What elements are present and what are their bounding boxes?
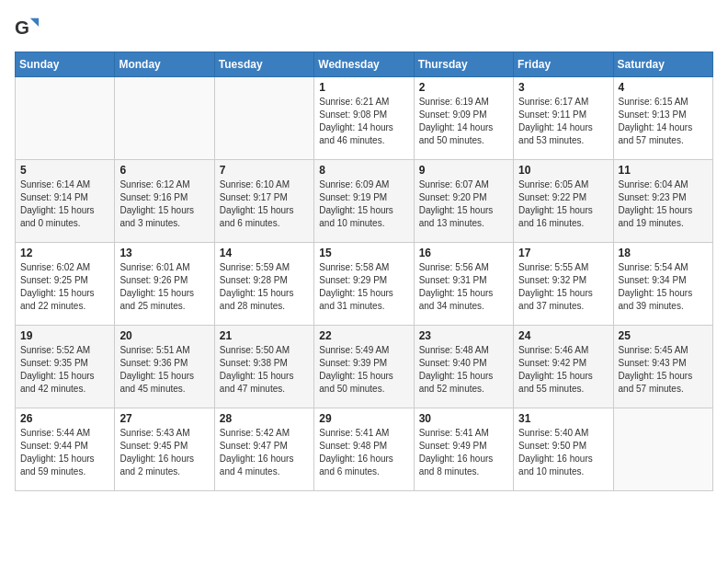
day-number: 3 — [518, 81, 608, 94]
day-number: 19 — [20, 329, 109, 342]
day-number: 10 — [518, 164, 608, 177]
calendar-cell — [613, 408, 712, 491]
calendar-cell — [115, 77, 214, 160]
day-info: Sunrise: 5:52 AMSunset: 9:35 PMDaylight:… — [20, 344, 109, 396]
calendar-cell: 2Sunrise: 6:19 AMSunset: 9:09 PMDaylight… — [414, 77, 513, 160]
day-number: 21 — [220, 329, 309, 342]
calendar-cell: 4Sunrise: 6:15 AMSunset: 9:13 PMDaylight… — [613, 77, 712, 160]
calendar-cell: 29Sunrise: 5:41 AMSunset: 9:48 PMDayligh… — [314, 408, 414, 491]
calendar-cell: 21Sunrise: 5:50 AMSunset: 9:38 PMDayligh… — [214, 326, 313, 408]
calendar-cell: 17Sunrise: 5:55 AMSunset: 9:32 PMDayligh… — [514, 243, 613, 326]
day-info: Sunrise: 6:10 AMSunset: 9:17 PMDaylight:… — [220, 178, 309, 230]
day-info: Sunrise: 5:49 AMSunset: 9:39 PMDaylight:… — [319, 344, 408, 396]
calendar-cell: 30Sunrise: 5:41 AMSunset: 9:49 PMDayligh… — [414, 408, 513, 491]
calendar-cell: 26Sunrise: 5:44 AMSunset: 9:44 PMDayligh… — [16, 408, 115, 491]
calendar-cell: 12Sunrise: 6:02 AMSunset: 9:25 PMDayligh… — [16, 243, 115, 326]
weekday-header: Saturday — [613, 52, 712, 77]
day-number: 28 — [220, 412, 309, 425]
calendar-cell: 11Sunrise: 6:04 AMSunset: 9:23 PMDayligh… — [613, 160, 712, 243]
svg-marker-1 — [30, 18, 39, 27]
day-number: 20 — [119, 329, 209, 342]
calendar-cell: 19Sunrise: 5:52 AMSunset: 9:35 PMDayligh… — [16, 326, 115, 408]
calendar-cell: 25Sunrise: 5:45 AMSunset: 9:43 PMDayligh… — [613, 326, 712, 408]
calendar-week-row: 26Sunrise: 5:44 AMSunset: 9:44 PMDayligh… — [16, 408, 713, 491]
calendar-cell: 5Sunrise: 6:14 AMSunset: 9:14 PMDaylight… — [16, 160, 115, 243]
day-number: 23 — [419, 329, 508, 342]
logo: G — [15, 15, 44, 40]
day-info: Sunrise: 6:21 AMSunset: 9:08 PMDaylight:… — [319, 96, 408, 147]
svg-text:G: G — [15, 17, 29, 38]
weekday-header: Tuesday — [214, 52, 313, 77]
day-number: 16 — [419, 247, 508, 259]
calendar-cell: 9Sunrise: 6:07 AMSunset: 9:20 PMDaylight… — [414, 160, 513, 243]
calendar-cell: 13Sunrise: 6:01 AMSunset: 9:26 PMDayligh… — [115, 243, 214, 326]
day-number: 18 — [619, 247, 708, 259]
day-info: Sunrise: 5:59 AMSunset: 9:28 PMDaylight:… — [220, 261, 309, 313]
day-info: Sunrise: 6:07 AMSunset: 9:20 PMDaylight:… — [419, 178, 508, 230]
day-number: 6 — [119, 164, 209, 177]
day-number: 31 — [518, 412, 608, 425]
calendar-cell: 14Sunrise: 5:59 AMSunset: 9:28 PMDayligh… — [214, 243, 313, 326]
day-info: Sunrise: 5:43 AMSunset: 9:45 PMDaylight:… — [119, 427, 209, 478]
calendar-cell: 3Sunrise: 6:17 AMSunset: 9:11 PMDaylight… — [514, 77, 613, 160]
day-info: Sunrise: 6:05 AMSunset: 9:22 PMDaylight:… — [518, 178, 608, 230]
day-info: Sunrise: 6:02 AMSunset: 9:25 PMDaylight:… — [20, 261, 109, 313]
day-number: 8 — [319, 164, 408, 177]
day-info: Sunrise: 5:55 AMSunset: 9:32 PMDaylight:… — [518, 261, 608, 313]
day-number: 29 — [319, 412, 408, 425]
calendar-cell — [16, 77, 115, 160]
page-header: G — [15, 15, 713, 40]
day-number: 14 — [220, 247, 309, 259]
day-number: 24 — [518, 329, 608, 342]
day-info: Sunrise: 5:40 AMSunset: 9:50 PMDaylight:… — [518, 427, 608, 478]
day-number: 17 — [518, 247, 608, 259]
calendar-cell: 10Sunrise: 6:05 AMSunset: 9:22 PMDayligh… — [514, 160, 613, 243]
day-info: Sunrise: 6:04 AMSunset: 9:23 PMDaylight:… — [619, 178, 708, 230]
day-number: 4 — [619, 81, 708, 94]
day-info: Sunrise: 6:12 AMSunset: 9:16 PMDaylight:… — [119, 178, 209, 230]
calendar-cell: 16Sunrise: 5:56 AMSunset: 9:31 PMDayligh… — [414, 243, 513, 326]
weekday-header: Monday — [115, 52, 214, 77]
weekday-header: Wednesday — [314, 52, 414, 77]
calendar-cell: 8Sunrise: 6:09 AMSunset: 9:19 PMDaylight… — [314, 160, 414, 243]
day-number: 27 — [119, 412, 209, 425]
weekday-header: Friday — [514, 52, 613, 77]
day-info: Sunrise: 5:51 AMSunset: 9:36 PMDaylight:… — [119, 344, 209, 396]
calendar-cell: 7Sunrise: 6:10 AMSunset: 9:17 PMDaylight… — [214, 160, 313, 243]
calendar-cell — [214, 77, 313, 160]
day-number: 30 — [419, 412, 508, 425]
calendar-cell: 20Sunrise: 5:51 AMSunset: 9:36 PMDayligh… — [115, 326, 214, 408]
calendar-week-row: 1Sunrise: 6:21 AMSunset: 9:08 PMDaylight… — [16, 77, 713, 160]
calendar-cell: 1Sunrise: 6:21 AMSunset: 9:08 PMDaylight… — [314, 77, 414, 160]
day-info: Sunrise: 6:09 AMSunset: 9:19 PMDaylight:… — [319, 178, 408, 230]
day-info: Sunrise: 5:50 AMSunset: 9:38 PMDaylight:… — [220, 344, 309, 396]
calendar-header-row: SundayMondayTuesdayWednesdayThursdayFrid… — [16, 52, 713, 77]
day-info: Sunrise: 6:14 AMSunset: 9:14 PMDaylight:… — [20, 178, 109, 230]
day-number: 26 — [20, 412, 109, 425]
calendar-week-row: 12Sunrise: 6:02 AMSunset: 9:25 PMDayligh… — [16, 243, 713, 326]
day-info: Sunrise: 5:44 AMSunset: 9:44 PMDaylight:… — [20, 427, 109, 478]
calendar-cell: 27Sunrise: 5:43 AMSunset: 9:45 PMDayligh… — [115, 408, 214, 491]
day-number: 7 — [220, 164, 309, 177]
day-number: 22 — [319, 329, 408, 342]
day-number: 25 — [619, 329, 708, 342]
day-info: Sunrise: 6:19 AMSunset: 9:09 PMDaylight:… — [419, 96, 508, 147]
day-info: Sunrise: 5:54 AMSunset: 9:34 PMDaylight:… — [619, 261, 708, 313]
day-number: 5 — [20, 164, 109, 177]
calendar-cell: 6Sunrise: 6:12 AMSunset: 9:16 PMDaylight… — [115, 160, 214, 243]
day-info: Sunrise: 6:15 AMSunset: 9:13 PMDaylight:… — [619, 96, 708, 147]
day-info: Sunrise: 5:58 AMSunset: 9:29 PMDaylight:… — [319, 261, 408, 313]
day-number: 1 — [319, 81, 408, 94]
calendar-week-row: 19Sunrise: 5:52 AMSunset: 9:35 PMDayligh… — [16, 326, 713, 408]
day-info: Sunrise: 5:41 AMSunset: 9:49 PMDaylight:… — [419, 427, 508, 478]
calendar-cell: 18Sunrise: 5:54 AMSunset: 9:34 PMDayligh… — [613, 243, 712, 326]
day-number: 11 — [619, 164, 708, 177]
day-info: Sunrise: 5:42 AMSunset: 9:47 PMDaylight:… — [220, 427, 309, 478]
weekday-header: Thursday — [414, 52, 513, 77]
day-info: Sunrise: 5:46 AMSunset: 9:42 PMDaylight:… — [518, 344, 608, 396]
calendar-cell: 15Sunrise: 5:58 AMSunset: 9:29 PMDayligh… — [314, 243, 414, 326]
day-info: Sunrise: 5:45 AMSunset: 9:43 PMDaylight:… — [619, 344, 708, 396]
day-number: 9 — [419, 164, 508, 177]
logo-icon: G — [15, 15, 40, 40]
day-info: Sunrise: 6:17 AMSunset: 9:11 PMDaylight:… — [518, 96, 608, 147]
